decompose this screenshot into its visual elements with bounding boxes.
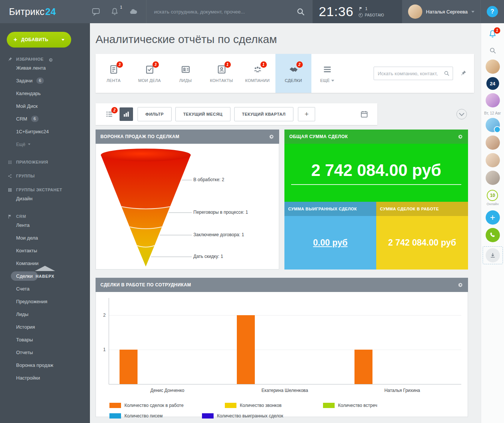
total-deals-sum[interactable]: 2 742 084.00 руб xyxy=(284,144,468,202)
avatar[interactable] xyxy=(408,4,422,19)
sidebar-item[interactable]: Дизайн xyxy=(0,192,90,205)
sidebar-item-label: 1С+Битрикс24 xyxy=(16,129,49,134)
bar-chart: 12Денис ДонченкоЕкатерина ШеленковаНатал… xyxy=(96,292,468,417)
calendar-icon[interactable] xyxy=(360,110,368,118)
sidebar-item-label: Контакты xyxy=(16,248,37,253)
crm-search-input[interactable] xyxy=(374,67,453,80)
sidebar-item[interactable]: Ещё xyxy=(0,138,90,150)
sidebar-item[interactable]: Мои дела xyxy=(0,231,90,244)
toolbar-button[interactable]: ТЕКУЩИЙ МЕСЯЦ xyxy=(175,107,230,121)
avatar[interactable] xyxy=(486,171,500,185)
global-search-input[interactable] xyxy=(153,9,296,15)
bar xyxy=(237,315,255,384)
chat-icon[interactable] xyxy=(91,7,100,16)
tab-contacts[interactable]: 1КОНТАКТЫ xyxy=(203,54,239,93)
funnel-stage-label: В обработке: 2 xyxy=(193,177,224,182)
avatar[interactable] xyxy=(486,118,500,132)
chevron-down-icon xyxy=(61,39,64,41)
report-toolbar: 2 ФИЛЬТРТЕКУЩИЙ МЕСЯЦТЕКУЩИЙ КВАРТАЛ + xyxy=(96,103,377,125)
funnel-stage-label: Дать скидку: 1 xyxy=(193,254,223,259)
avatar[interactable] xyxy=(486,136,500,150)
deals-icon: 2 xyxy=(289,64,299,74)
phone-button[interactable] xyxy=(486,228,500,242)
toolbar-button[interactable]: ТЕКУЩИЙ КВАРТАЛ xyxy=(234,107,294,121)
collapse-chevron-button[interactable] xyxy=(456,109,467,119)
sidebar-section-title[interactable]: ГРУППЫ ЭКСТРАНЕТ xyxy=(0,187,90,192)
gear-icon[interactable] xyxy=(269,134,274,139)
sidebar-section-title[interactable]: ИЗБРАННОЕ xyxy=(0,57,90,61)
tab-badge: 3 xyxy=(117,61,123,68)
add-button[interactable]: + ДОБАВИТЬ xyxy=(7,32,71,48)
search-icon[interactable] xyxy=(489,46,497,55)
online-label: Онлайн xyxy=(486,202,498,206)
sidebar-item[interactable]: Задачи6 xyxy=(0,74,90,87)
sidebar-item[interactable]: Счета xyxy=(0,282,90,295)
notifications-bell-icon[interactable]: 1 xyxy=(110,7,119,16)
sidebar-item[interactable]: История xyxy=(0,320,90,333)
sidebar-item[interactable]: Календарь xyxy=(0,87,90,100)
y-tick-label: 1 xyxy=(99,347,106,352)
tab-deals[interactable]: 2СДЕЛКИ xyxy=(275,54,311,93)
toolbar-button[interactable]: ФИЛЬТР xyxy=(138,107,172,121)
sidebar-section-title[interactable]: ПРИЛОЖЕНИЯ xyxy=(0,159,90,164)
won-sum-value[interactable]: 0.00 руб xyxy=(313,238,348,248)
download-drop-target[interactable] xyxy=(483,246,503,264)
download-button[interactable] xyxy=(486,248,500,262)
add-period-button[interactable]: + xyxy=(298,107,315,121)
help-button[interactable]: ? xyxy=(487,6,498,17)
back-to-top[interactable]: НАВЕРХ xyxy=(23,266,67,279)
status-working[interactable]: РАБОТАЮ xyxy=(359,13,384,17)
bitrix24-badge[interactable]: 24 xyxy=(486,77,499,90)
worktime-panel[interactable]: 21:36 1 РАБОТАЮ xyxy=(313,0,402,23)
sidebar-item[interactable]: Товары xyxy=(0,333,90,346)
gear-icon[interactable] xyxy=(49,57,53,61)
search-icon[interactable] xyxy=(296,7,306,17)
profile-menu[interactable]: Наталья Сергеева xyxy=(402,4,480,19)
list-view-icon[interactable]: 2 xyxy=(105,110,114,118)
search-icon[interactable] xyxy=(443,70,450,77)
sidebar-item[interactable]: 1С+Битрикс24 xyxy=(0,125,90,138)
tab-feed[interactable]: 3ЛЕНТА xyxy=(96,54,132,93)
sidebar-item[interactable]: Отчеты xyxy=(0,346,90,359)
avatar[interactable] xyxy=(486,93,500,107)
chart-gridline xyxy=(109,315,461,316)
rail-notifications[interactable]: 1 xyxy=(488,29,497,40)
leads-icon xyxy=(181,64,191,74)
tab-companies[interactable]: 1КОМПАНИИ xyxy=(239,54,275,93)
inwork-sum-value: 2 742 084.00 руб xyxy=(388,238,456,248)
sidebar-item[interactable]: Контакты xyxy=(0,244,90,257)
sidebar-section-title[interactable]: CRM xyxy=(0,214,90,219)
tab-badge: 2 xyxy=(296,61,303,68)
online-counter[interactable]: 10 Онлайн xyxy=(486,190,498,206)
total-sum-value[interactable]: 2 742 084.00 руб xyxy=(291,161,461,185)
avatar[interactable] xyxy=(486,60,500,74)
legend-swatch-icon xyxy=(225,403,236,408)
flag-counter[interactable]: 1 xyxy=(359,6,384,11)
gear-icon[interactable] xyxy=(458,134,463,139)
sidebar-item[interactable]: Предложения xyxy=(0,295,90,308)
legend-swatch-icon xyxy=(109,403,121,408)
gear-icon[interactable] xyxy=(458,282,463,287)
chart-view-toggle[interactable] xyxy=(120,107,133,121)
sidebar-item[interactable]: Живая лента xyxy=(0,61,90,74)
cloud-icon[interactable] xyxy=(129,7,138,16)
sidebar-item[interactable]: Воронка продаж xyxy=(0,359,90,371)
sidebar-item[interactable]: Лиды xyxy=(0,308,90,320)
plus-icon: + xyxy=(13,36,18,43)
tab-leads[interactable]: ЛИДЫ xyxy=(168,54,203,93)
sidebar-item[interactable]: Лента xyxy=(0,219,90,231)
crm-tabs: 3ЛЕНТА3МОИ ДЕЛАЛИДЫ1КОНТАКТЫ1КОМПАНИИ2СД… xyxy=(96,54,343,93)
legend-item: Количество выигранных сделок xyxy=(202,413,283,419)
sidebar-item-label: Лиды xyxy=(16,311,28,317)
sidebar-section-title[interactable]: ГРУППЫ xyxy=(0,173,90,178)
tab-menu[interactable]: ЕЩЁ xyxy=(311,54,343,93)
tab-tasks[interactable]: 3МОИ ДЕЛА xyxy=(132,54,168,93)
pin-icon[interactable] xyxy=(460,70,467,76)
sidebar-item[interactable]: Мой Диск xyxy=(0,100,90,112)
sidebar-item[interactable]: CRM6 xyxy=(0,112,90,125)
sidebar-item[interactable]: Настройки xyxy=(0,371,90,384)
won-deals-column: СУММА ВЫИГРАННЫХ СДЕЛОК 0.00 руб xyxy=(284,202,376,270)
app-logo[interactable]: Битрикс24 xyxy=(0,6,89,17)
invite-plus-button[interactable]: + xyxy=(486,210,500,225)
avatar[interactable] xyxy=(486,153,500,167)
